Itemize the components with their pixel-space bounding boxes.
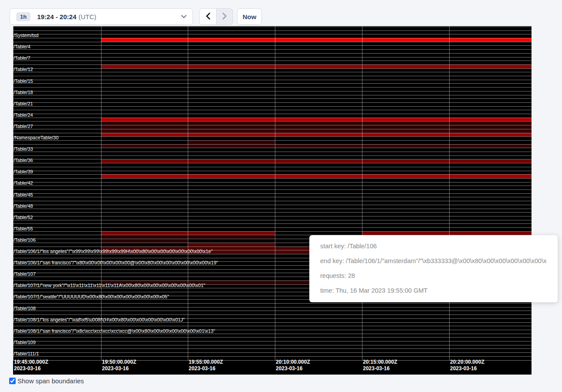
time-tick-time: 19:50:00.000Z — [102, 359, 136, 365]
time-tick: 20:20:00.000Z2023-03-16 — [450, 359, 484, 372]
span-label: /Table/42 — [14, 180, 33, 186]
show-span-boundaries-label: Show span boundaries — [17, 377, 84, 385]
span-label: /Table/33 — [14, 146, 33, 152]
next-time-button[interactable] — [216, 8, 233, 25]
time-gridline — [362, 26, 362, 360]
span-label: /Table/108/1/"los angeles"/"\xa8\xf5\u00… — [14, 317, 185, 322]
span-label: /Table/107/1/"new york"/"\x11\x11\x11\x1… — [14, 283, 205, 288]
time-gridline — [449, 26, 450, 360]
span-label: /Table/15 — [14, 78, 33, 84]
time-tick-date: 2023-03-16 — [189, 365, 223, 372]
show-span-boundaries-checkbox[interactable] — [9, 378, 16, 384]
span-label: /NamespaceTable/30 — [14, 135, 58, 140]
span-label: /Table/45 — [14, 192, 33, 197]
time-range-selector[interactable]: 1h 19:24 - 20:24 (UTC) — [10, 8, 193, 25]
span-label: /Table/107 — [14, 271, 36, 277]
span-label: /Table/18 — [14, 90, 33, 95]
time-tick: 20:10:00.000Z2023-03-16 — [276, 359, 310, 372]
time-window-badge: 1h — [16, 12, 30, 21]
time-tick-time: 20:15:00.000Z — [363, 359, 397, 365]
chevron-left-icon — [206, 13, 210, 21]
span-label: /Table/7 — [14, 55, 30, 61]
span-label: /Table/21 — [14, 101, 33, 106]
time-tick: 19:55:00.000Z2023-03-16 — [189, 359, 223, 372]
span-label: /Table/48 — [14, 203, 33, 209]
time-tick: 19:50:00.000Z2023-03-16 — [102, 359, 136, 372]
time-tick-date: 2023-03-16 — [363, 365, 397, 372]
time-zone-label: (UTC) — [78, 13, 96, 20]
span-label: /Table/108 — [14, 306, 36, 311]
chevron-down-icon — [181, 15, 186, 18]
tooltip-requests: requests: 28 — [320, 271, 547, 280]
span-label: /Table/55 — [14, 226, 33, 231]
span-label: /Table/111/1 — [14, 351, 39, 356]
time-tick-time: 20:20:00.000Z — [450, 359, 484, 365]
time-gridline — [188, 26, 188, 360]
time-tick-date: 2023-03-16 — [14, 365, 48, 372]
time-tick-date: 2023-03-16 — [450, 365, 484, 372]
span-label: /Table/107/1/"seattle"/"UUUUUUD\x00\x80\… — [14, 294, 169, 299]
time-tick-date: 2023-03-16 — [276, 365, 310, 372]
key-visualizer-page: 1h 19:24 - 20:24 (UTC) Now /System/tsd/T… — [0, 0, 562, 392]
span-label: /Table/24 — [14, 112, 33, 118]
time-tick-time: 20:10:00.000Z — [276, 359, 310, 365]
chevron-right-icon — [222, 13, 227, 21]
span-label: /Table/4 — [14, 44, 30, 49]
show-span-boundaries-control[interactable]: Show span boundaries — [9, 377, 84, 385]
span-label: /Table/106/1/"los angeles"/"\x99\x99\x99… — [14, 249, 213, 254]
time-tick: 20:15:00.000Z2023-03-16 — [363, 359, 397, 372]
time-tick-time: 19:55:00.000Z — [189, 359, 223, 365]
span-label: /Table/52 — [14, 215, 33, 220]
time-tick-time: 19:45:00.000Z — [14, 359, 48, 365]
span-label: /Table/12 — [14, 67, 33, 72]
span-label: /Table/109 — [14, 340, 36, 345]
time-gridline — [275, 26, 275, 360]
hover-tooltip: start key: /Table/106 end key: /Table/10… — [309, 235, 558, 302]
span-boundaries-overlay — [13, 27, 532, 361]
span-label: /Table/106 — [14, 237, 36, 243]
time-gridline — [101, 26, 102, 360]
tooltip-start-key: start key: /Table/106 — [320, 242, 547, 250]
span-label: /Table/106/1/"san francisco"/"\x80\x00\x… — [14, 260, 218, 265]
span-label: /System/tsd — [14, 33, 38, 38]
span-label: /Table/27 — [14, 124, 33, 129]
tooltip-time: time: Thu, 16 Mar 2023 19:55:00 GMT — [320, 286, 547, 295]
time-tick: 19:45:00.000Z2023-03-16 — [14, 359, 48, 372]
time-tick-date: 2023-03-16 — [102, 365, 136, 372]
heatmap-canvas[interactable]: /System/tsd/Table/4/Table/7/Table/12/Tab… — [13, 26, 532, 375]
prev-time-button[interactable] — [199, 8, 216, 25]
span-label: /Table/39 — [14, 169, 33, 174]
time-nav-group — [199, 8, 233, 25]
span-label: /Table/36 — [14, 158, 33, 163]
now-button[interactable]: Now — [237, 8, 262, 25]
tooltip-end-key: end key: /Table/106/1/"amsterdam"/"\xb33… — [320, 257, 547, 265]
time-range-label: 19:24 - 20:24 — [37, 13, 76, 20]
span-label: /Table/108/1/"san francisco"/"\x8c\xcc\x… — [14, 328, 215, 334]
